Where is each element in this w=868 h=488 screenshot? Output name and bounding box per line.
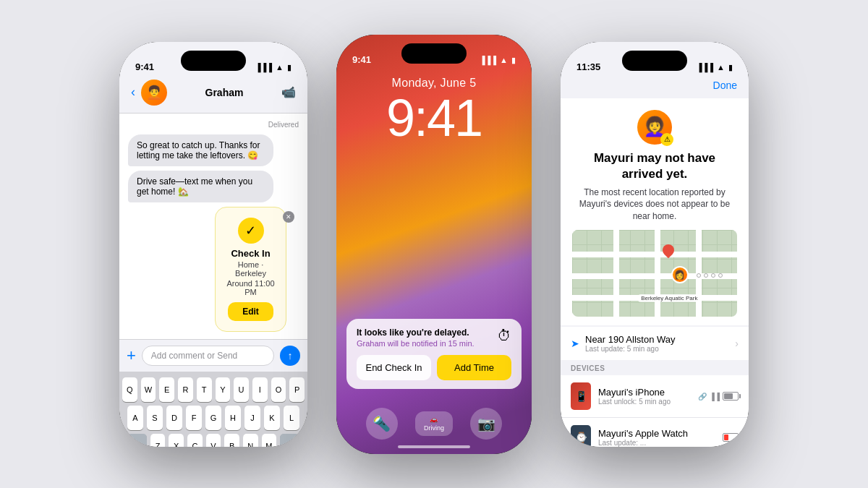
key-c[interactable]: C — [187, 434, 203, 447]
map-pin-destination — [663, 244, 674, 259]
checkin-card: ✕ ✓ Check In Home · Berkeley Around 11:0… — [215, 207, 286, 332]
messages-input-bar: + Add comment or Send ↑ — [119, 339, 307, 372]
lockscreen-dock: 🔦 🚗 Driving 📷 — [366, 408, 502, 440]
battery-icon-2: ▮ — [511, 56, 516, 65]
notification-header: It looks like you're delayed. Graham wil… — [357, 328, 511, 348]
signal-icon: ▐▐▐ — [255, 63, 272, 72]
key-l[interactable]: L — [284, 406, 299, 430]
battery-status-icon — [723, 392, 739, 401]
devices-section-header: DEVICES — [561, 360, 749, 375]
flashlight-button[interactable]: 🔦 — [366, 408, 398, 440]
battery-icon-1: ▮ — [287, 63, 292, 72]
end-checkin-button[interactable]: End Check In — [357, 355, 431, 380]
findmy-description: The most recent location reported by May… — [572, 187, 737, 223]
warning-badge: ⚠ — [660, 133, 673, 146]
phone-findmy: 11:35 ▐▐▐ ▲ ▮ Done 👩‍🦱 ⚠ Mayuri may not … — [561, 42, 749, 447]
add-attachment-button[interactable]: + — [127, 348, 136, 364]
message-bubble-2: Drive safe—text me when you get home! 🏡 — [128, 171, 273, 202]
phone-lockscreen: 9:41 ▐▐▐ ▲ ▮ Monday, June 5 9:41 It look… — [336, 35, 532, 454]
lockscreen-time: 9:41 — [336, 90, 532, 147]
watch-device-info: Mayuri's Apple Watch Last update: ... — [598, 428, 715, 446]
send-button[interactable]: ↑ — [280, 346, 300, 366]
key-w[interactable]: W — [141, 377, 156, 402]
iphone-device-info: Mayuri's iPhone Last unlock: 5 min ago — [598, 387, 691, 406]
signal-icon-2: ▐▐▐ — [480, 56, 496, 64]
key-d[interactable]: D — [166, 406, 182, 430]
checkin-close-btn[interactable]: ✕ — [283, 211, 294, 223]
lockscreen-notification: It looks like you're delayed. Graham wil… — [346, 319, 522, 389]
video-call-button[interactable]: 📹 — [281, 85, 296, 99]
done-button[interactable]: Done — [713, 80, 737, 91]
iphone-device-sub: Last unlock: 5 min ago — [598, 398, 691, 406]
checkin-location: Home · Berkeley — [226, 260, 275, 278]
key-x[interactable]: X — [169, 434, 184, 447]
dynamic-island-1 — [181, 51, 246, 71]
checkin-edit-button[interactable]: Edit — [228, 302, 273, 321]
key-b[interactable]: B — [224, 434, 239, 447]
map-dot-2 — [704, 273, 708, 278]
status-time-2: 9:41 — [352, 54, 371, 65]
key-u[interactable]: U — [234, 377, 249, 402]
device-row-watch[interactable]: ⌚ Mayuri's Apple Watch Last update: ... — [561, 418, 749, 446]
map-dot-3 — [711, 273, 715, 278]
checkin-checkmark: ✓ — [238, 218, 264, 244]
map-label: Berkeley Aquatic Park — [638, 294, 700, 302]
iphone-device-name: Mayuri's iPhone — [598, 387, 691, 398]
location-icon: ➤ — [571, 338, 579, 349]
key-m[interactable]: M — [262, 434, 277, 447]
findmy-avatar-wrap: 👩‍🦱 ⚠ — [637, 110, 672, 145]
checkin-title: Check In — [226, 248, 275, 259]
findmy-map[interactable]: 👩 Berkeley Aquatic Park — [572, 230, 737, 317]
battery-icon-3: ▮ — [728, 63, 733, 72]
location-row[interactable]: ➤ Near 190 Allston Way Last update: 5 mi… — [561, 327, 749, 360]
notification-content: It looks like you're delayed. Graham wil… — [357, 328, 475, 348]
message-input[interactable]: Add comment or Send — [142, 346, 274, 366]
delivered-label: Delivered — [128, 121, 299, 129]
messages-screen: 9:41 ▐▐▐ ▲ ▮ ‹ 🧑‍🦱 Graham 📹 Delivered So… — [119, 42, 307, 447]
key-r[interactable]: R — [178, 377, 193, 402]
wifi-icon: ▲ — [276, 63, 284, 72]
key-e[interactable]: E — [159, 377, 174, 402]
key-y[interactable]: Y — [216, 377, 231, 402]
key-v[interactable]: V — [206, 434, 221, 447]
watch-battery-fill — [724, 435, 728, 440]
status-icons-3: ▐▐▐ ▲ ▮ — [697, 63, 733, 72]
key-s[interactable]: S — [147, 406, 163, 430]
key-p[interactable]: P — [289, 377, 305, 402]
camera-button[interactable]: 📷 — [470, 408, 502, 440]
key-i[interactable]: I — [252, 377, 268, 402]
wifi-icon-2: ▲ — [500, 56, 508, 64]
key-g[interactable]: G — [205, 406, 221, 430]
key-q[interactable]: Q — [122, 377, 137, 402]
key-k[interactable]: K — [264, 406, 280, 430]
contact-avatar: 🧑‍🦱 — [141, 80, 167, 106]
key-o[interactable]: O — [271, 377, 286, 402]
map-dot-1 — [697, 273, 701, 278]
key-h[interactable]: H — [225, 406, 241, 430]
kb-row-2: A S D F G H J K L — [122, 406, 305, 430]
map-dot-4 — [718, 273, 723, 278]
checkin-time: Around 11:00 PM — [226, 279, 275, 296]
key-f[interactable]: F — [186, 406, 202, 430]
dynamic-island-3 — [622, 51, 687, 71]
driving-label: Driving — [424, 424, 444, 432]
driving-mode-button[interactable]: 🚗 Driving — [415, 411, 453, 436]
key-t[interactable]: T — [197, 377, 212, 402]
add-time-button[interactable]: Add Time — [437, 355, 511, 380]
key-z[interactable]: Z — [150, 434, 166, 447]
back-button[interactable]: ‹ — [131, 85, 135, 100]
location-name: Near 190 Allston Way — [585, 334, 729, 345]
device-row-iphone[interactable]: 📱 Mayuri's iPhone Last unlock: 5 min ago… — [561, 375, 749, 418]
location-chevron-icon: › — [735, 338, 739, 349]
key-a[interactable]: A — [127, 406, 143, 430]
key-j[interactable]: J — [244, 406, 260, 430]
driving-icon: 🚗 — [430, 416, 438, 423]
findmy-screen: 11:35 ▐▐▐ ▲ ▮ Done 👩‍🦱 ⚠ Mayuri may not … — [561, 42, 749, 447]
notification-actions: End Check In Add Time — [357, 355, 511, 380]
map-route-dots — [697, 273, 723, 278]
messages-contact[interactable]: Graham — [173, 87, 276, 98]
kb-row-3: ⇧ Z X C V B N M ⌫ — [122, 434, 305, 447]
key-delete[interactable]: ⌫ — [280, 434, 305, 447]
key-n[interactable]: N — [243, 434, 258, 447]
key-shift[interactable]: ⇧ — [122, 434, 147, 447]
